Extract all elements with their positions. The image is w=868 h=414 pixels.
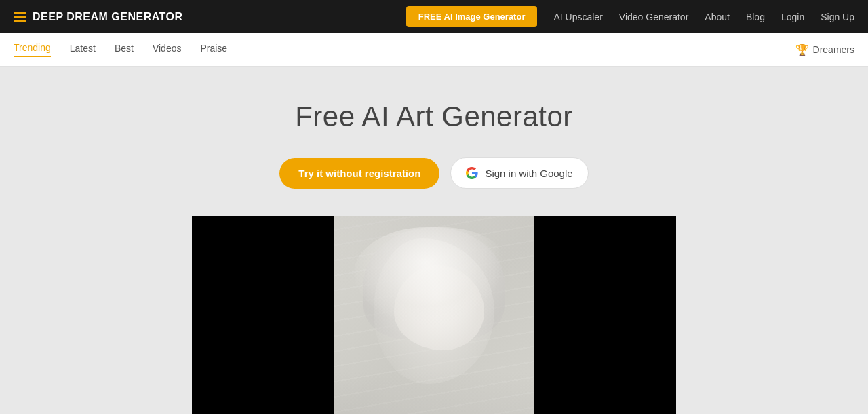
tab-praise[interactable]: Praise bbox=[200, 43, 227, 56]
hamburger-icon[interactable] bbox=[14, 12, 26, 22]
tab-videos[interactable]: Videos bbox=[153, 43, 182, 56]
nav-link-signup[interactable]: Sign Up bbox=[821, 12, 854, 22]
image-showcase bbox=[192, 216, 676, 414]
dreamers-label: Dreamers bbox=[813, 44, 854, 55]
nav-link-about[interactable]: About bbox=[705, 12, 730, 22]
try-without-registration-button[interactable]: Try it without registration bbox=[279, 158, 439, 189]
logo-text: DEEP DREAM GENERATOR bbox=[33, 11, 183, 23]
nav-link-video-generator[interactable]: Video Generator bbox=[619, 12, 688, 22]
tab-trending[interactable]: Trending bbox=[14, 42, 51, 57]
hero-title: Free AI Art Generator bbox=[295, 100, 573, 133]
google-btn-label: Sign in with Google bbox=[485, 168, 572, 179]
nav-link-ai-upscaler[interactable]: AI Upscaler bbox=[553, 12, 602, 22]
left-black-panel bbox=[192, 216, 334, 414]
logo-area: DEEP DREAM GENERATOR bbox=[14, 11, 183, 23]
sign-in-with-google-button[interactable]: Sign in with Google bbox=[450, 157, 588, 189]
google-logo-icon bbox=[466, 167, 478, 179]
trophy-icon: 🏆 bbox=[795, 43, 809, 56]
secondary-nav-links: Trending Latest Best Videos Praise bbox=[14, 42, 795, 57]
nav-link-login[interactable]: Login bbox=[781, 12, 804, 22]
free-ai-image-generator-button[interactable]: FREE AI Image Generator bbox=[406, 6, 538, 27]
right-black-panel bbox=[534, 216, 676, 414]
cta-row: Try it without registration Sign in with… bbox=[279, 157, 588, 189]
nav-link-blog[interactable]: Blog bbox=[746, 12, 765, 22]
tab-best[interactable]: Best bbox=[115, 43, 134, 56]
featured-artwork bbox=[334, 216, 534, 414]
main-content: Free AI Art Generator Try it without reg… bbox=[0, 67, 868, 414]
secondary-nav: Trending Latest Best Videos Praise 🏆 Dre… bbox=[0, 33, 868, 67]
dreamers-link[interactable]: 🏆 Dreamers bbox=[795, 43, 854, 56]
tab-latest[interactable]: Latest bbox=[70, 43, 96, 56]
top-nav: DEEP DREAM GENERATOR FREE AI Image Gener… bbox=[0, 0, 868, 33]
